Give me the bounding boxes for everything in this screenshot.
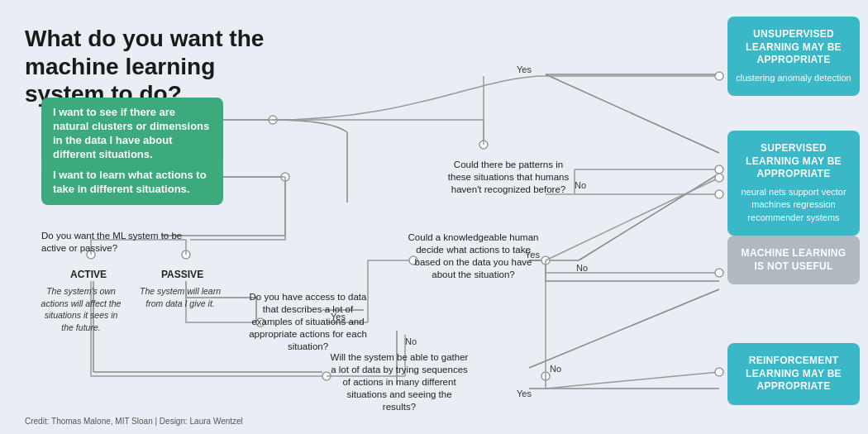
label-human-yes: Yes [525,250,540,260]
svg-point-19 [281,173,289,181]
svg-point-45 [715,269,723,277]
svg-point-46 [715,368,723,376]
result-supervised-title: SUPERVISED LEARNING MAY BE APPROPRIATE [736,142,851,181]
svg-line-7 [546,74,719,153]
svg-point-14 [479,141,488,149]
svg-point-41 [715,72,723,80]
credit: Credit: Thomas Malone, MIT Sloan | Desig… [25,417,243,426]
svg-line-10 [529,289,719,368]
decision-patterns: Could there be patterns in these situati… [446,159,570,196]
decision-access-data: Do you have access to data that describe… [244,291,372,353]
svg-point-33 [541,256,550,265]
svg-point-43 [715,174,723,182]
svg-line-6 [579,174,719,260]
active-label: ACTIVE [70,269,107,280]
passive-label: PASSIVE [161,269,203,280]
label-access-no: No [405,336,417,346]
svg-point-44 [715,190,723,198]
decision-active-passive: Do you want the ML system to be active o… [41,230,207,255]
label-access-yes: Yes [331,312,346,322]
svg-point-42 [715,165,723,174]
result-reinforcement-title: REINFORCEMENT LEARNING MAY BE APPROPRIAT… [736,355,851,393]
svg-line-40 [546,372,719,389]
label-patterns-no: No [575,180,586,190]
start-box-actions: I want to learn what actions to take in … [41,160,223,205]
page-title: What do you want the machine learning sy… [25,25,289,108]
start-box-clusters: I want to see if there are natural clust… [41,98,223,170]
svg-point-11 [269,116,277,124]
decision-knowledgeable-human: Could a knowledgeable human decide what … [405,231,541,281]
result-not-useful: MACHINE LEARNING IS NOT USEFUL [727,236,860,284]
result-supervised: SUPERVISED LEARNING MAY BE APPROPRIATE n… [727,131,860,236]
svg-line-34 [546,178,719,260]
label-gather-no: No [550,364,561,374]
label-gather-yes: Yes [517,389,532,398]
svg-point-37 [541,372,550,380]
result-unsupervised-subtitle: clustering anomaly detection [736,72,851,84]
passive-description: The system will learn from data I give i… [139,285,222,309]
result-not-useful-title: MACHINE LEARNING IS NOT USEFUL [736,247,851,273]
result-supervised-subtitle: neural nets support vector machines regr… [736,186,851,224]
label-human-no: No [576,263,588,273]
label-patterns-yes: Yes [517,64,532,74]
result-unsupervised-title: UNSUPERVISED LEARNING MAY BE APPROPRIATE [736,28,851,67]
decision-gather-data: Will the system be able to gather a lot … [329,351,470,413]
active-description: The system's own actions will affect the… [40,285,122,334]
result-reinforcement: REINFORCEMENT LEARNING MAY BE APPROPRIAT… [727,343,860,405]
result-unsupervised: UNSUPERVISED LEARNING MAY BE APPROPRIATE… [727,17,860,96]
